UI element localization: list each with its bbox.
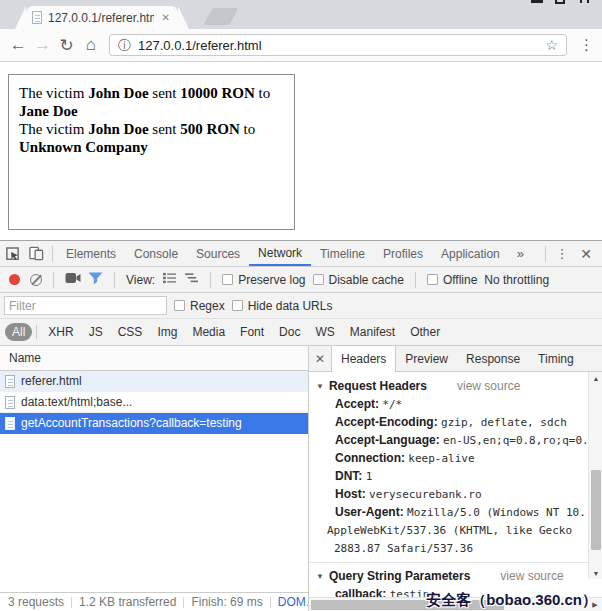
disable-cache-checkbox[interactable] — [313, 274, 324, 285]
tab-close-icon[interactable]: ✕ — [160, 12, 172, 23]
throttling-select[interactable]: No throttling — [484, 273, 549, 287]
page-info-icon[interactable]: ⓘ — [118, 39, 131, 52]
divider — [114, 272, 115, 288]
minimize-icon[interactable] — [531, 0, 543, 3]
hide-data-urls-checkbox[interactable] — [232, 300, 243, 311]
divider — [210, 272, 211, 288]
type-other[interactable]: Other — [403, 323, 447, 341]
list-view-icon[interactable] — [162, 272, 177, 287]
transaction-line: The victim John Doe sent 500 RON to Unkn… — [19, 120, 284, 156]
page-content-box: The victim John Doe sent 10000 RON to Ja… — [8, 74, 295, 230]
type-js[interactable]: JS — [82, 323, 110, 341]
devtools-panel: Elements Console Sources Network Timelin… — [0, 240, 602, 611]
devtools-menu-icon[interactable]: ⋮ — [550, 246, 574, 261]
page-viewport: The victim John Doe sent 10000 RON to Ja… — [0, 62, 602, 240]
view-label: View: — [126, 273, 155, 287]
document-icon — [5, 417, 15, 430]
chevron-down-icon[interactable]: ▼ — [316, 382, 324, 391]
request-details-panel: ✕ Headers Preview Response Timing ▼ Requ… — [309, 346, 602, 611]
offline-checkbox[interactable] — [427, 274, 438, 285]
watermark-text: 安全客（bobao.360.cn） — [426, 591, 597, 610]
header-line-continuation: 2883.87 Safari/537.36 — [309, 539, 588, 557]
tab-elements[interactable]: Elements — [57, 241, 125, 266]
vertical-scrollbar[interactable]: ▲ ▼ — [588, 372, 602, 579]
divider — [545, 246, 546, 262]
query-string-section[interactable]: ▼ Query String Parameters view source — [309, 567, 588, 585]
type-all[interactable]: All — [5, 323, 32, 341]
tab-network[interactable]: Network — [249, 241, 311, 266]
header-line: Host: verysecurebank.ro — [309, 485, 588, 503]
transaction-line: The victim John Doe sent 10000 RON to Ja… — [19, 84, 284, 120]
divider — [52, 246, 53, 262]
scroll-down-icon[interactable]: ▼ — [589, 567, 602, 579]
type-doc[interactable]: Doc — [272, 323, 307, 341]
tab-timing[interactable]: Timing — [529, 346, 583, 371]
home-button[interactable]: ⌂ — [81, 32, 101, 58]
header-line: Accept-Encoding: gzip, deflate, sdch — [309, 413, 588, 431]
devtools-close-icon[interactable]: ✕ — [574, 246, 598, 262]
url-text[interactable]: 127.0.0.1/referer.html — [138, 38, 538, 53]
new-tab-button[interactable] — [203, 8, 238, 25]
header-line: Accept: */* — [309, 395, 588, 413]
header-line: User-Agent: Mozilla/5.0 (Windows NT 10. — [309, 503, 588, 521]
screenshot-camera-icon[interactable] — [65, 272, 81, 287]
filter-input[interactable] — [4, 296, 167, 315]
tab-sources[interactable]: Sources — [187, 241, 249, 266]
waterfall-view-icon[interactable] — [184, 272, 199, 287]
record-icon[interactable] — [9, 274, 20, 285]
filter-funnel-icon[interactable] — [88, 272, 103, 288]
close-window-icon[interactable] — [580, 0, 589, 3]
request-headers-section[interactable]: ▼ Request Headers view source — [309, 377, 588, 395]
type-img[interactable]: Img — [150, 323, 184, 341]
type-xhr[interactable]: XHR — [41, 323, 80, 341]
address-bar[interactable]: ⓘ 127.0.0.1/referer.html ☆ — [109, 34, 567, 56]
type-manifest[interactable]: Manifest — [343, 323, 402, 341]
close-details-icon[interactable]: ✕ — [309, 346, 331, 371]
transferred-size: 1.2 KB transferred — [79, 595, 176, 609]
tab-preview[interactable]: Preview — [396, 346, 457, 371]
name-column-header[interactable]: Name — [0, 346, 308, 371]
browser-tab[interactable]: 127.0.0.1/referer.html ✕ — [26, 6, 178, 29]
divider — [53, 272, 54, 288]
type-ws[interactable]: WS — [308, 323, 341, 341]
document-icon — [5, 375, 15, 388]
tab-response[interactable]: Response — [457, 346, 529, 371]
more-tabs-icon[interactable]: » — [509, 246, 532, 261]
divider — [71, 597, 72, 608]
inspect-element-icon[interactable] — [0, 242, 24, 266]
scrollbar-thumb[interactable] — [591, 470, 601, 550]
back-button[interactable]: ← — [8, 32, 28, 58]
header-line: Connection: keep-alive — [309, 449, 588, 467]
scroll-up-icon[interactable]: ▲ — [589, 372, 602, 384]
request-name: referer.html — [21, 374, 82, 388]
reload-button[interactable]: ↻ — [57, 32, 77, 58]
resource-type-filter: All XHR JS CSS Img Media Font Doc WS Man… — [0, 319, 602, 346]
clear-icon[interactable] — [30, 274, 42, 286]
tab-console[interactable]: Console — [125, 241, 187, 266]
section-title: Request Headers — [329, 379, 427, 393]
chevron-down-icon[interactable]: ▼ — [316, 572, 324, 581]
regex-checkbox[interactable] — [174, 300, 185, 311]
tab-application[interactable]: Application — [432, 241, 509, 266]
maximize-icon[interactable] — [555, 0, 565, 4]
regex-label: Regex — [190, 299, 225, 313]
disable-cache-label: Disable cache — [329, 273, 404, 287]
bookmark-star-icon[interactable]: ☆ — [545, 37, 558, 53]
forward-button[interactable]: → — [32, 32, 52, 58]
tab-profiles[interactable]: Profiles — [374, 241, 432, 266]
preserve-log-checkbox[interactable] — [222, 274, 233, 285]
tab-headers[interactable]: Headers — [331, 346, 396, 372]
view-source-link[interactable]: view source — [500, 569, 563, 583]
request-row[interactable]: data:text/html;base... — [0, 392, 308, 413]
tab-timeline[interactable]: Timeline — [311, 241, 374, 266]
request-row[interactable]: referer.html — [0, 371, 308, 392]
view-source-link[interactable]: view source — [457, 379, 520, 393]
browser-menu-icon[interactable]: ⋮ — [579, 36, 594, 54]
type-css[interactable]: CSS — [111, 323, 150, 341]
type-media[interactable]: Media — [185, 323, 232, 341]
tab-title: 127.0.0.1/referer.html — [48, 11, 154, 25]
device-toolbar-icon[interactable] — [24, 242, 48, 266]
details-tabbar: ✕ Headers Preview Response Timing — [309, 346, 602, 372]
request-row-selected[interactable]: getAccountTransactions?callback=testing — [0, 413, 308, 434]
type-font[interactable]: Font — [233, 323, 271, 341]
